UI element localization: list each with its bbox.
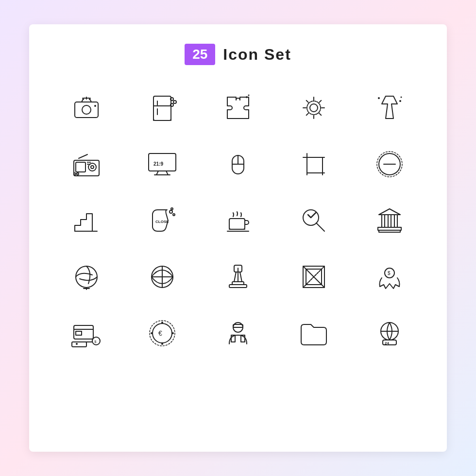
svg-line-35 (166, 171, 168, 175)
svg-point-12 (170, 103, 173, 106)
mouse-icon[interactable] (205, 141, 271, 187)
svg-rect-63 (394, 215, 397, 227)
camera-icon[interactable] (53, 85, 119, 131)
judge-hammer-icon[interactable] (205, 254, 271, 300)
svg-line-77 (240, 272, 242, 282)
svg-rect-84 (74, 325, 93, 339)
svg-point-21 (401, 97, 402, 98)
icon-set-card: 25 Icon Set (29, 24, 447, 452)
svg-point-17 (310, 104, 318, 112)
svg-point-20 (399, 100, 401, 102)
svg-point-91 (76, 343, 78, 345)
svg-rect-55 (229, 219, 245, 229)
smart-fridge-icon[interactable] (129, 85, 195, 131)
svg-text:€: € (158, 329, 162, 337)
svg-point-15 (246, 96, 248, 98)
online-payment-icon[interactable]: $ (53, 310, 119, 357)
svg-rect-86 (76, 331, 82, 335)
bank-icon[interactable] (357, 197, 423, 244)
svg-rect-62 (388, 215, 391, 227)
minus-circle-icon[interactable] (357, 141, 423, 187)
svg-point-16 (248, 95, 250, 96)
global-24-icon[interactable]: 24 (357, 310, 423, 357)
svg-point-95 (161, 322, 163, 323)
crop-icon[interactable] (281, 141, 347, 187)
svg-point-2 (94, 105, 96, 107)
svg-point-31 (74, 173, 76, 175)
svg-point-1 (82, 105, 91, 114)
svg-point-96 (161, 343, 163, 345)
icon-grid: 21:9 (53, 85, 423, 357)
svg-rect-65 (379, 230, 400, 232)
svg-text:$: $ (388, 271, 391, 276)
svg-line-76 (234, 272, 236, 282)
search-security-icon[interactable] (281, 197, 347, 244)
worker-icon[interactable] (205, 310, 271, 357)
volleyball-icon[interactable] (53, 254, 119, 300)
svg-point-19 (378, 97, 380, 99)
monitor-21-9-icon[interactable]: 21:9 (129, 141, 195, 187)
svg-point-52 (173, 214, 175, 216)
svg-rect-44 (307, 157, 323, 173)
svg-point-32 (77, 173, 79, 175)
svg-point-25 (91, 166, 94, 169)
svg-rect-23 (76, 162, 85, 172)
svg-rect-90 (72, 342, 86, 347)
svg-text:CLOSE: CLOSE (155, 220, 169, 224)
gear-icon[interactable] (281, 85, 347, 131)
svg-point-92 (153, 323, 172, 343)
svg-point-51 (170, 210, 172, 213)
hot-coffee-icon[interactable] (205, 197, 271, 244)
svg-line-34 (156, 171, 158, 175)
svg-text:24: 24 (385, 341, 389, 345)
svg-text:$: $ (94, 340, 97, 344)
header-title: Icon Set (223, 46, 291, 64)
gift-money-icon[interactable]: $ (357, 254, 423, 300)
svg-rect-6 (153, 96, 171, 120)
svg-text:21:9: 21:9 (153, 161, 163, 167)
svg-point-18 (307, 101, 321, 115)
euro-coin-icon[interactable]: € (129, 310, 195, 357)
basketball-icon[interactable] (129, 254, 195, 300)
svg-marker-60 (379, 209, 400, 215)
svg-point-93 (150, 321, 175, 346)
svg-point-98 (172, 332, 174, 334)
close-tag-icon[interactable]: CLOSE (129, 197, 195, 244)
radio-icon[interactable] (53, 141, 119, 187)
svg-rect-0 (75, 102, 98, 118)
svg-line-59 (316, 223, 324, 231)
svg-point-53 (171, 208, 173, 210)
dress-icon[interactable] (357, 85, 423, 131)
stairs-icon[interactable] (53, 197, 119, 244)
svg-point-66 (76, 266, 97, 288)
header-badge: 25 (185, 44, 215, 65)
header: 25 Icon Set (53, 44, 423, 65)
svg-point-97 (151, 332, 153, 334)
svg-line-30 (79, 154, 87, 158)
svg-rect-100 (233, 324, 243, 327)
puzzle-icon[interactable] (205, 85, 271, 131)
svg-point-11 (173, 101, 176, 103)
frame-icon[interactable] (281, 254, 347, 300)
folder-icon[interactable] (281, 310, 347, 357)
svg-rect-61 (382, 215, 385, 227)
svg-point-10 (170, 98, 173, 101)
